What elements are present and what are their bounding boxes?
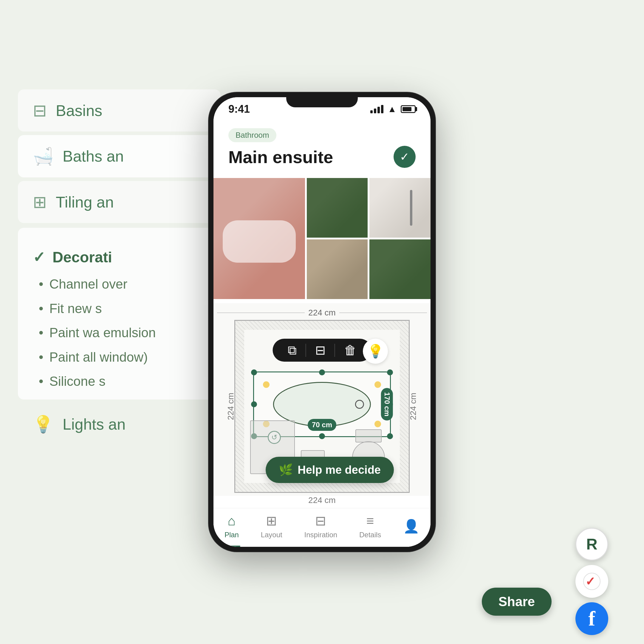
faucet-icon <box>410 190 412 226</box>
snap-dot-1 <box>263 381 270 388</box>
width-dimension-label: 224 cm <box>308 308 336 318</box>
checklist-svg: ✓ <box>583 572 601 590</box>
bg-decoration-label: Decorati <box>52 249 112 266</box>
bg-subitem-1: Channel over <box>18 272 221 296</box>
plan-icon: ⌂ <box>228 513 236 528</box>
bottom-dimension-label: 224 cm <box>308 496 336 505</box>
nav-plan[interactable]: ⌂ Plan <box>225 513 239 539</box>
room-complete-button[interactable]: ✓ <box>394 146 416 168</box>
right-dimension-label: 224 cm <box>408 393 418 420</box>
bath-width-label: 70 cm <box>308 419 336 431</box>
nav-layout[interactable]: ⊞ Layout <box>261 513 282 539</box>
r-social-icon[interactable]: R <box>575 528 608 561</box>
lights-icon: 💡 <box>33 414 54 434</box>
bathtub-handle <box>355 400 364 409</box>
photo-2 <box>307 178 368 238</box>
layout-label: Layout <box>261 531 282 539</box>
battery-icon <box>401 105 416 113</box>
bg-subitem-2: Fit new s <box>18 296 221 321</box>
basins-icon: ⊟ <box>33 101 47 120</box>
room-title: Main ensuite <box>228 147 333 167</box>
photo-1 <box>213 178 305 299</box>
r-icon-letter: R <box>586 535 597 553</box>
floorplan-section: 224 cm 224 cm 224 cm <box>213 303 431 496</box>
inspiration-label: Inspiration <box>304 531 337 539</box>
app-header: Bathroom Main ensuite ✓ <box>213 121 431 174</box>
facebook-social-icon[interactable]: f <box>575 602 608 635</box>
snap-dot-4 <box>374 421 381 427</box>
corner-handle-tm[interactable] <box>319 369 325 375</box>
bath-height-label: 170 cm <box>381 388 393 420</box>
bg-decoration-section: ✓ Decorati <box>18 237 221 272</box>
floorplan-toolbar: ⧉ ⊟ 🗑 <box>273 339 371 362</box>
help-label: Help me decide <box>298 464 381 476</box>
floorplan-canvas[interactable]: ⧉ ⊟ 🗑 💡 <box>234 320 410 493</box>
bg-baths-item: 🛁 Baths an <box>18 135 221 177</box>
bg-lights-item: 💡 Lights an <box>18 403 221 445</box>
photo-grid <box>213 178 431 299</box>
plan-label: Plan <box>225 531 239 539</box>
corner-handle-br[interactable] <box>387 433 393 439</box>
background-panel: ⊟ Basins 🛁 Baths an ⊞ Tiling an ✓ Decora… <box>18 89 221 445</box>
bg-lights-label: Lights an <box>63 415 126 433</box>
photo-3 <box>369 178 431 238</box>
share-button[interactable]: Share <box>482 588 552 616</box>
svg-text:✓: ✓ <box>585 575 595 588</box>
corner-handle-tr[interactable] <box>387 369 393 375</box>
nav-details[interactable]: ≡ Details <box>359 513 381 539</box>
baths-icon: 🛁 <box>33 146 54 166</box>
help-decide-button[interactable]: 🌿 Help me decide <box>266 457 394 483</box>
corner-handle-tl[interactable] <box>251 369 257 375</box>
decoration-check-icon: ✓ <box>33 249 45 266</box>
tiling-icon: ⊞ <box>33 192 47 212</box>
bottom-navigation: ⌂ Plan ⊞ Layout ⊟ Inspiration ≡ Details <box>213 508 431 547</box>
photo-4 <box>307 239 368 299</box>
details-label: Details <box>359 531 381 539</box>
light-tool-button[interactable]: 💡 <box>363 339 388 364</box>
bg-tiling-item: ⊞ Tiling an <box>18 181 221 223</box>
corner-handle-ml[interactable] <box>251 401 257 407</box>
bg-basins-item: ⊟ Basins <box>18 89 221 131</box>
status-time: 9:41 <box>228 103 250 115</box>
status-icons: ▲ <box>370 104 416 114</box>
nav-add-person[interactable]: 👤 <box>403 518 419 534</box>
wifi-icon: ▲ <box>388 104 397 114</box>
phone-screen: 9:41 ▲ <box>213 97 431 547</box>
share-label: Share <box>499 594 535 609</box>
nav-active-indicator <box>222 546 240 547</box>
app-content: Bathroom Main ensuite ✓ <box>213 121 431 547</box>
fb-icon-letter: f <box>588 608 595 629</box>
bg-tiling-label: Tiling an <box>56 193 114 211</box>
bg-subitem-4: Paint all window) <box>18 345 221 369</box>
top-dimension-bar: 224 cm <box>213 303 431 320</box>
category-badge: Bathroom <box>228 128 276 142</box>
bg-subitem-5: Silicone s <box>18 369 221 394</box>
checklist-social-icon[interactable]: ✓ <box>575 565 608 598</box>
layout-tool-button[interactable]: ⊟ <box>309 343 332 357</box>
snap-dot-2 <box>374 381 381 388</box>
bg-subitem-3: Paint wa emulsion <box>18 321 221 345</box>
inspiration-icon: ⊟ <box>315 513 326 528</box>
delete-tool-button[interactable]: 🗑 <box>338 343 363 357</box>
photo-5 <box>369 239 431 299</box>
phone-frame: 9:41 ▲ <box>209 92 435 552</box>
flip-tool-button[interactable]: ⧉ <box>281 343 303 357</box>
signal-bars-icon <box>370 105 383 113</box>
layout-icon: ⊞ <box>266 513 277 528</box>
add-person-icon: 👤 <box>403 518 419 534</box>
details-icon: ≡ <box>366 513 374 528</box>
nav-inspiration[interactable]: ⊟ Inspiration <box>304 513 337 539</box>
room-title-row: Main ensuite ✓ <box>228 146 416 168</box>
phone-notch <box>286 92 358 107</box>
help-icon: 🌿 <box>279 463 293 476</box>
phone-device: 9:41 ▲ <box>209 92 435 552</box>
corner-handle-bm[interactable] <box>319 433 325 439</box>
bg-basins-label: Basins <box>56 102 102 120</box>
bg-baths-label: Baths an <box>63 147 124 165</box>
